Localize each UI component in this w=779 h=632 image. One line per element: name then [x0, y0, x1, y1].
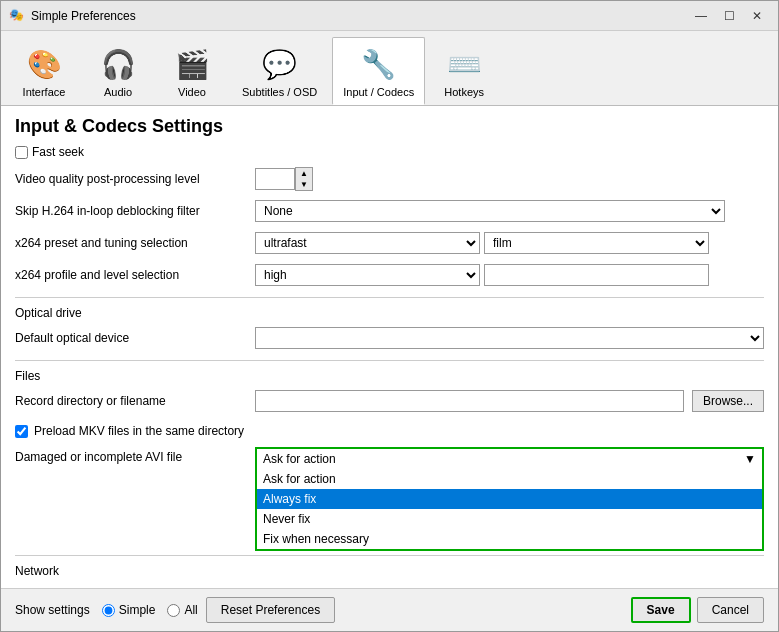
- video-icon: 🎬: [172, 44, 212, 84]
- preload-mkv-checkbox[interactable]: [15, 425, 28, 438]
- spinner-buttons: ▲ ▼: [295, 167, 313, 191]
- skip-h264-select[interactable]: None: [255, 200, 725, 222]
- simple-label: Simple: [119, 603, 156, 617]
- simple-radio[interactable]: [102, 604, 115, 617]
- damaged-avi-row: Damaged or incomplete AVI file Ask for a…: [15, 447, 764, 551]
- x264-tune-select[interactable]: film: [484, 232, 709, 254]
- simple-radio-option[interactable]: Simple: [102, 603, 156, 617]
- interface-label: Interface: [23, 86, 66, 98]
- close-button[interactable]: ✕: [744, 5, 770, 27]
- show-settings-label: Show settings: [15, 603, 90, 617]
- dropdown-selected[interactable]: Ask for action ▼: [255, 447, 764, 469]
- video-quality-control: 6 ▲ ▼: [255, 167, 764, 191]
- nav-video[interactable]: 🎬 Video: [157, 37, 227, 105]
- input-icon: 🔧: [359, 44, 399, 84]
- all-radio[interactable]: [167, 604, 180, 617]
- show-settings-group: Show settings Simple All Reset Preferenc…: [15, 597, 335, 623]
- nav-bar: 🎨 Interface 🎧 Audio 🎬 Video 💬 Subtitles …: [1, 31, 778, 105]
- x264-preset-label: x264 preset and tuning selection: [15, 236, 255, 250]
- audio-icon: 🎧: [98, 44, 138, 84]
- video-quality-label: Video quality post-processing level: [15, 172, 255, 186]
- preload-mkv-row: Preload MKV files in the same directory: [15, 419, 764, 443]
- page-title: Input & Codecs Settings: [1, 106, 778, 145]
- record-dir-control: Browse...: [255, 390, 764, 412]
- x264-profile-row: x264 profile and level selection high 0: [15, 261, 764, 289]
- dropdown-option-fix-when[interactable]: Fix when necessary: [257, 529, 762, 549]
- maximize-button[interactable]: ☐: [716, 5, 742, 27]
- default-optical-label: Default optical device: [15, 331, 255, 345]
- nav-hotkeys[interactable]: ⌨️ Hotkeys: [429, 37, 499, 105]
- dropdown-option-never[interactable]: Never fix: [257, 509, 762, 529]
- x264-profile-label: x264 profile and level selection: [15, 268, 255, 282]
- record-dir-label: Record directory or filename: [15, 394, 255, 408]
- spinner-up[interactable]: ▲: [296, 168, 312, 179]
- minimize-button[interactable]: —: [688, 5, 714, 27]
- network-section-header: Network: [15, 564, 764, 578]
- dropdown-list: Ask for action Always fix Never fix Fix …: [255, 469, 764, 551]
- dropdown-option-always[interactable]: Always fix: [257, 489, 762, 509]
- x264-preset-row: x264 preset and tuning selection ultrafa…: [15, 229, 764, 257]
- audio-label: Audio: [104, 86, 132, 98]
- divider-1: [15, 297, 764, 298]
- optical-section-header: Optical drive: [15, 306, 764, 320]
- title-bar: 🎭 Simple Preferences — ☐ ✕: [1, 1, 778, 31]
- bottom-bar: Show settings Simple All Reset Preferenc…: [1, 588, 778, 631]
- app-icon: 🎭: [9, 8, 25, 24]
- fast-seek-row: Fast seek: [15, 145, 764, 159]
- content-area: Input & Codecs Settings Fast seek Video …: [1, 105, 778, 588]
- skip-h264-label: Skip H.264 in-loop deblocking filter: [15, 204, 255, 218]
- record-dir-row: Record directory or filename Browse...: [15, 387, 764, 415]
- divider-3: [15, 555, 764, 556]
- nav-input-codecs[interactable]: 🔧 Input / Codecs: [332, 37, 425, 105]
- dropdown-selected-text: Ask for action: [263, 452, 336, 466]
- damaged-avi-label: Damaged or incomplete AVI file: [15, 447, 255, 464]
- main-window: 🎭 Simple Preferences — ☐ ✕ 🎨 Interface 🎧…: [0, 0, 779, 632]
- x264-preset-control: ultrafast film: [255, 232, 764, 254]
- nav-interface[interactable]: 🎨 Interface: [9, 37, 79, 105]
- x264-preset-select[interactable]: ultrafast: [255, 232, 480, 254]
- input-label: Input / Codecs: [343, 86, 414, 98]
- video-label: Video: [178, 86, 206, 98]
- damaged-avi-dropdown[interactable]: Ask for action ▼ Ask for action Always f…: [255, 447, 764, 551]
- reset-preferences-button[interactable]: Reset Preferences: [206, 597, 335, 623]
- show-settings-radio-group: Simple All: [102, 603, 198, 617]
- video-quality-row: Video quality post-processing level 6 ▲ …: [15, 165, 764, 193]
- hotkeys-icon: ⌨️: [444, 44, 484, 84]
- x264-profile-select[interactable]: high: [255, 264, 480, 286]
- fast-seek-checkbox[interactable]: [15, 146, 28, 159]
- bottom-buttons: Save Cancel: [631, 597, 764, 623]
- interface-icon: 🎨: [24, 44, 64, 84]
- skip-h264-row: Skip H.264 in-loop deblocking filter Non…: [15, 197, 764, 225]
- window-title: Simple Preferences: [31, 9, 688, 23]
- settings-scroll[interactable]: Fast seek Video quality post-processing …: [1, 145, 778, 588]
- default-optical-row: Default optical device: [15, 324, 764, 352]
- dropdown-option-ask[interactable]: Ask for action: [257, 469, 762, 489]
- files-section-header: Files: [15, 369, 764, 383]
- x264-profile-control: high 0: [255, 264, 764, 286]
- record-input[interactable]: [255, 390, 684, 412]
- default-optical-control: [255, 327, 764, 349]
- nav-subtitles[interactable]: 💬 Subtitles / OSD: [231, 37, 328, 105]
- video-quality-input[interactable]: 6: [255, 168, 295, 190]
- default-caching-row: Default caching policy: [15, 582, 764, 588]
- spinner-down[interactable]: ▼: [296, 179, 312, 190]
- video-quality-spinner: 6 ▲ ▼: [255, 167, 313, 191]
- x264-level-input[interactable]: 0: [484, 264, 709, 286]
- subtitles-label: Subtitles / OSD: [242, 86, 317, 98]
- nav-audio[interactable]: 🎧 Audio: [83, 37, 153, 105]
- hotkeys-label: Hotkeys: [444, 86, 484, 98]
- cancel-button[interactable]: Cancel: [697, 597, 764, 623]
- optical-device-select[interactable]: [255, 327, 764, 349]
- subtitles-icon: 💬: [260, 44, 300, 84]
- browse-button[interactable]: Browse...: [692, 390, 764, 412]
- preload-mkv-label: Preload MKV files in the same directory: [34, 424, 244, 438]
- damaged-avi-control: Ask for action ▼ Ask for action Always f…: [255, 447, 764, 551]
- dropdown-arrow-icon: ▼: [744, 452, 756, 466]
- divider-2: [15, 360, 764, 361]
- skip-h264-control: None: [255, 200, 764, 222]
- fast-seek-label: Fast seek: [32, 145, 84, 159]
- all-label: All: [184, 603, 197, 617]
- all-radio-option[interactable]: All: [167, 603, 197, 617]
- window-controls: — ☐ ✕: [688, 5, 770, 27]
- save-button[interactable]: Save: [631, 597, 691, 623]
